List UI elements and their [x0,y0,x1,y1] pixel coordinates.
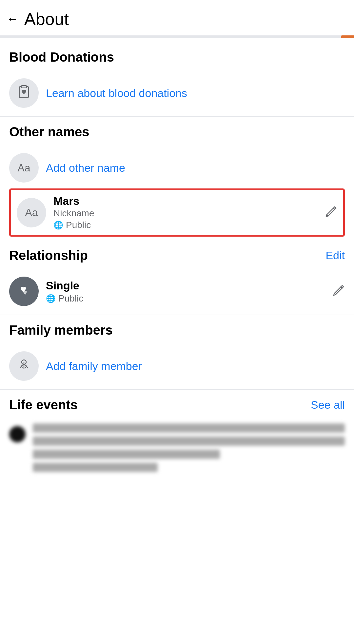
divider-4 [0,389,354,390]
blood-donations-section: Blood Donations Learn about blood donati… [0,50,354,114]
life-events-header: Life events See all [9,398,345,412]
relationship-title: Relationship [9,248,88,263]
svg-rect-1 [21,86,27,88]
add-family-member-item[interactable]: Add family member [9,345,345,387]
life-events-title: Life events [9,398,78,412]
other-names-header: Other names [9,125,345,139]
learn-blood-donations-link[interactable]: Learn about blood donations [46,87,187,100]
nickname-aa-icon: Aa [25,206,38,219]
divider-1 [0,116,354,117]
divider-3 [0,315,354,315]
relationship-visibility: Public [58,293,83,304]
relationship-icon-wrap [9,277,39,306]
relationship-edit-button[interactable]: Edit [325,249,345,262]
learn-blood-donations-item[interactable]: Learn about blood donations [9,72,345,114]
family-members-section: Family members Add family member [0,323,354,387]
family-members-title: Family members [9,323,113,338]
relationship-item[interactable]: Single 🌐 Public [9,271,345,312]
add-family-member-link[interactable]: Add family member [46,360,142,373]
life-event-item [9,420,345,479]
blurred-line-4 [33,463,158,472]
divider-2 [0,240,354,240]
relationship-details: Single 🌐 Public [46,279,326,304]
relationship-status: Single [46,279,326,292]
add-other-name-link[interactable]: Add other name [46,162,125,174]
header: ← About [0,0,354,35]
nickname-visibility: Public [66,220,91,230]
blurred-line-1 [33,423,345,433]
back-button[interactable]: ← [7,12,18,26]
family-tree-icon [17,358,31,374]
blood-donations-header: Blood Donations [9,50,345,65]
nickname-type: Nickname [53,208,318,219]
blurred-line-3 [33,450,220,459]
blood-clipboard-icon [17,85,31,102]
blood-donations-title: Blood Donations [9,50,114,65]
life-event-dot [9,426,26,442]
relationship-header: Relationship Edit [9,248,345,263]
blood-icon-wrap [9,78,39,108]
hearts-icon [17,283,31,299]
add-name-icon-wrap: Aa [9,153,39,183]
nickname-name: Mars [53,195,318,207]
progress-bar [0,35,354,38]
life-events-blurred-content [0,420,354,479]
nickname-meta: 🌐 Public [53,220,318,230]
life-event-lines [33,423,345,476]
other-names-section: Other names Aa Add other name Aa Mars Ni… [0,125,354,237]
relationship-globe-icon: 🌐 [46,294,56,303]
relationship-edit-icon[interactable] [333,284,345,299]
nickname-edit-icon[interactable] [325,205,337,220]
relationship-meta: 🌐 Public [46,293,326,304]
blurred-line-2 [33,437,345,446]
globe-icon: 🌐 [53,221,63,230]
progress-bar-fill [341,35,354,38]
family-icon-wrap [9,351,39,381]
family-members-header: Family members [9,323,345,338]
aa-icon: Aa [17,162,30,174]
nickname-item[interactable]: Aa Mars Nickname 🌐 Public [9,188,345,237]
page-title: About [24,9,69,29]
relationship-section: Relationship Edit Single 🌐 Public [0,248,354,312]
life-events-section: Life events See all [0,398,354,412]
life-events-see-all-button[interactable]: See all [311,399,345,411]
add-other-name-item[interactable]: Aa Add other name [9,147,345,188]
nickname-details: Mars Nickname 🌐 Public [53,195,318,230]
other-names-title: Other names [9,125,89,139]
nickname-icon-wrap: Aa [17,198,46,227]
